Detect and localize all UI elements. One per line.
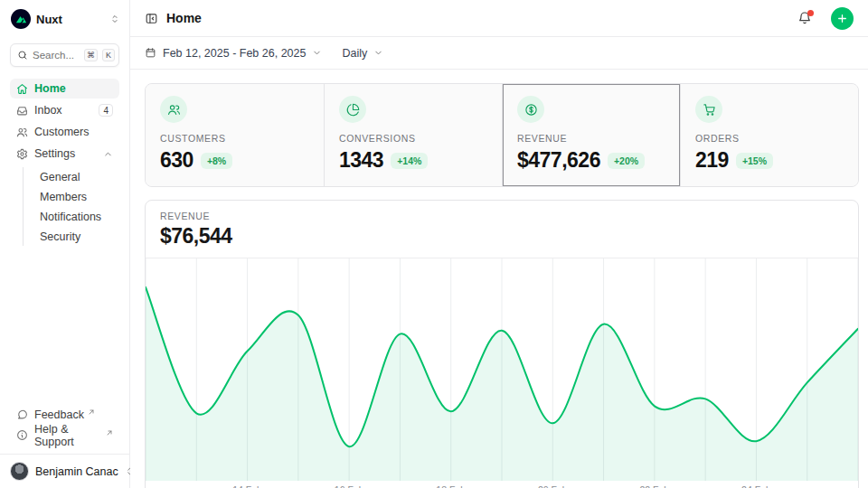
stat-card-conversions[interactable]: CONVERSIONS 1343 +14% [324,84,502,186]
chevron-down-icon [312,48,322,58]
sidebar-item-inbox[interactable]: Inbox 4 [10,100,119,120]
sidebar-item-notifications[interactable]: Notifications [36,207,119,226]
team-switcher[interactable]: Nuxt [0,0,129,36]
settings-sub-list: General Members Notifications Security [23,167,119,246]
content: CUSTOMERS 630 +8% CONVERSIONS 1343 +14% [130,70,868,488]
nuxt-logo-icon [11,9,31,29]
users-icon [160,96,187,123]
notification-dot [807,10,814,16]
stat-card-revenue[interactable]: REVENUE $477,626 +20% [502,84,680,186]
sidebar-item-members[interactable]: Members [36,187,119,206]
stat-label: ORDERS [695,133,844,144]
sub-item-label: Security [40,230,80,243]
x-axis-label: 16 Feb [335,484,364,488]
filter-toolbar: Feb 12, 2025 - Feb 26, 2025 Daily [130,37,868,70]
chart-current-value: $76,544 [160,224,844,249]
sidebar-footer: Feedback Help & Support [0,405,129,448]
dashboard-app: Nuxt Search... ⌘ K Home [0,0,868,488]
stat-delta-badge: +8% [201,153,232,169]
chevron-down-icon [373,48,383,58]
main-area: Home Feb 12, 2025 - Feb 26, 2025 Daily [130,0,868,488]
search-icon [17,50,28,61]
dollar-icon [517,96,544,123]
x-axis-label: 20 Feb [538,484,568,488]
stat-card-orders[interactable]: ORDERS 219 +15% [680,84,858,186]
x-axis-label: 22 Feb [639,484,669,488]
sub-item-label: Notifications [40,211,101,223]
sidebar-item-general[interactable]: General [36,167,119,186]
stat-value: $477,626 [517,148,600,173]
users-icon [16,127,28,138]
feedback-link[interactable]: Feedback [10,405,119,424]
granularity-select[interactable]: Daily [342,47,383,60]
cart-icon [695,96,722,123]
date-range-value: Feb 12, 2025 - Feb 26, 2025 [163,47,306,60]
inbox-icon [16,105,28,117]
chevron-up-down-icon [109,14,120,24]
date-range-picker[interactable]: Feb 12, 2025 - Feb 26, 2025 [145,47,322,60]
granularity-value: Daily [342,47,367,60]
calendar-icon [145,47,156,59]
stats-grid: CUSTOMERS 630 +8% CONVERSIONS 1343 +14% [145,83,859,187]
revenue-chart-card: REVENUE $76,544 14 Feb16 Feb18 Feb20 Feb… [145,200,859,488]
inbox-count-badge: 4 [99,104,113,117]
external-link-icon [88,408,95,416]
notifications-button[interactable] [797,11,812,25]
stat-delta-badge: +15% [736,153,773,169]
page-title: Home [166,11,789,25]
sidebar-item-settings[interactable]: Settings [10,144,119,164]
top-bar: Home [130,0,868,37]
kbd-cmd: ⌘ [84,49,98,61]
brand-name: Nuxt [36,13,104,26]
sidebar-collapse-icon[interactable] [145,12,158,25]
x-axis: 14 Feb16 Feb18 Feb20 Feb22 Feb24 Feb [146,481,858,488]
sidebar-item-label: Settings [34,147,75,160]
help-support-link[interactable]: Help & Support [10,426,119,445]
stat-value: 219 [695,148,729,173]
chart-pie-icon [339,96,366,123]
chevron-up-icon [103,149,113,159]
home-icon [16,83,28,95]
search-placeholder: Search... [33,50,80,61]
avatar [10,462,29,481]
sub-item-label: General [40,171,80,183]
chart-plot-area[interactable] [146,258,858,481]
sidebar-item-label: Customers [34,126,89,138]
stat-card-customers[interactable]: CUSTOMERS 630 +8% [146,84,324,186]
footer-item-label: Help & Support [34,423,102,448]
sidebar-item-label: Inbox [34,104,62,117]
x-axis-label: 18 Feb [436,484,466,488]
gear-icon [16,148,28,160]
x-axis-label: 14 Feb [232,484,262,488]
stat-value: 1343 [339,148,383,173]
user-name: Benjamin Canac [35,465,118,478]
search-input[interactable]: Search... ⌘ K [10,43,119,67]
external-link-icon [106,429,113,436]
stat-label: REVENUE [517,133,665,144]
x-axis-label: 24 Feb [741,484,771,488]
footer-item-label: Feedback [34,408,84,421]
info-circle-icon [16,429,28,441]
stat-delta-badge: +14% [391,153,428,169]
stat-value: 630 [160,148,193,173]
kbd-k: K [102,49,115,61]
sidebar-item-security[interactable]: Security [36,227,119,246]
stat-label: CUSTOMERS [160,133,309,144]
stat-label: CONVERSIONS [339,133,487,144]
sidebar: Nuxt Search... ⌘ K Home [0,0,130,488]
sidebar-item-customers[interactable]: Customers [10,122,119,142]
sub-item-label: Members [40,191,87,203]
chat-bubble-icon [16,408,28,420]
sidebar-item-home[interactable]: Home [10,79,119,99]
chart-header: REVENUE $76,544 [146,201,858,258]
user-menu[interactable]: Benjamin Canac [0,454,129,488]
chart-title: REVENUE [160,211,844,221]
add-button[interactable] [831,7,854,30]
sidebar-item-label: Home [34,82,66,95]
sidebar-nav: Home Inbox 4 Customers Setting [0,79,129,246]
stat-delta-badge: +20% [608,153,645,169]
revenue-area-chart [146,258,858,481]
